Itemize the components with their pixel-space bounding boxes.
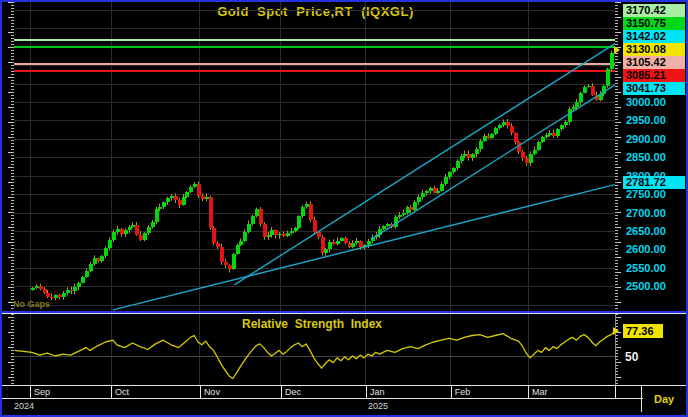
candle [290, 231, 294, 233]
axis-right-divider [641, 385, 642, 412]
candle [425, 191, 429, 193]
candle [467, 154, 471, 158]
candle [201, 196, 205, 199]
candle [274, 230, 278, 235]
price-flag: 3041.73 [623, 82, 685, 95]
candle [228, 265, 232, 269]
candle [575, 102, 579, 107]
candle [93, 258, 97, 264]
month-tick [451, 385, 452, 398]
candle [324, 249, 328, 252]
month-label: Sep [34, 387, 50, 397]
price-chart-canvas[interactable] [2, 2, 622, 311]
candle [606, 69, 610, 85]
axis-edge-tick [615, 385, 616, 398]
candle [174, 196, 178, 200]
candle [239, 241, 243, 245]
candle [417, 197, 421, 203]
candle [351, 243, 355, 247]
candle [336, 241, 340, 245]
candle [591, 86, 595, 95]
price-tick-label: 3000.00 [626, 96, 684, 109]
year-label: 2025 [368, 401, 388, 411]
month-label: Jan [370, 387, 385, 397]
month-label: Oct [115, 387, 129, 397]
price-flag: 3150.75 [623, 17, 685, 30]
month-tick [366, 385, 367, 398]
candle [463, 154, 467, 156]
candle [185, 192, 189, 197]
candle [579, 93, 583, 103]
price-flag-pinned: 2781.72 [623, 176, 685, 189]
candle [270, 230, 274, 234]
price-flag: 3105.42 [623, 56, 685, 69]
candle [421, 193, 425, 197]
date-axis[interactable]: SepOctNovDecJanFebMar 20242025 Day [2, 385, 686, 415]
candle [120, 229, 124, 234]
candle [490, 134, 494, 138]
candle [267, 235, 271, 238]
price-flag: 3130.08 [623, 43, 685, 56]
candle [313, 220, 317, 232]
candle [243, 232, 247, 241]
candle [189, 187, 193, 193]
candle [471, 154, 475, 158]
candle [139, 235, 143, 240]
price-tick-label: 2850.00 [626, 151, 684, 164]
candle [147, 227, 151, 234]
candle [564, 122, 568, 125]
candle [58, 295, 62, 297]
candle [610, 53, 614, 70]
candle [436, 191, 440, 193]
candle [514, 133, 518, 142]
rsi-mid-label: 50 [625, 350, 638, 364]
candle [521, 152, 525, 159]
candle [182, 197, 186, 205]
rsi-arrow-icon [613, 327, 619, 335]
candle [151, 222, 155, 226]
candle [340, 238, 344, 241]
candle [498, 125, 502, 128]
price-tick-label: 2650.00 [626, 225, 684, 238]
trendline [372, 82, 619, 239]
price-scale[interactable]: 3000.002950.002900.002850.002800.002750.… [622, 2, 686, 311]
candle [529, 154, 533, 162]
candle [89, 264, 93, 271]
candle [73, 287, 77, 291]
candle [108, 240, 112, 248]
candle [297, 216, 301, 227]
rsi-scale: 77.36 50 [622, 314, 686, 385]
candle [247, 224, 251, 232]
candle [212, 228, 216, 243]
price-flag: 3142.02 [623, 30, 685, 43]
price-tick-label: 2500.00 [626, 280, 684, 293]
candle [236, 245, 240, 254]
candle [35, 286, 39, 288]
candle [54, 295, 58, 298]
candle [224, 262, 228, 265]
candle [533, 150, 537, 154]
candle [309, 204, 313, 220]
candle [402, 213, 406, 215]
rsi-line [15, 331, 615, 378]
month-tick [281, 385, 282, 398]
candle [510, 126, 514, 133]
candle [46, 293, 50, 297]
candle [294, 228, 298, 231]
candle [382, 226, 386, 229]
price-tick-label: 2550.00 [626, 262, 684, 275]
candle [62, 293, 66, 297]
candle [448, 172, 452, 177]
candle [359, 241, 363, 247]
candle [263, 224, 267, 237]
month-label: Dec [285, 387, 301, 397]
price-flag: 3170.42 [623, 4, 685, 17]
candle [506, 122, 510, 127]
price-flag: 3085.21 [623, 69, 685, 82]
timeframe-label[interactable]: Day [654, 393, 674, 405]
candle [100, 256, 104, 261]
candle [475, 149, 479, 155]
candle [429, 188, 433, 191]
price-tick-label: 2750.00 [626, 188, 684, 201]
candle [43, 289, 47, 292]
